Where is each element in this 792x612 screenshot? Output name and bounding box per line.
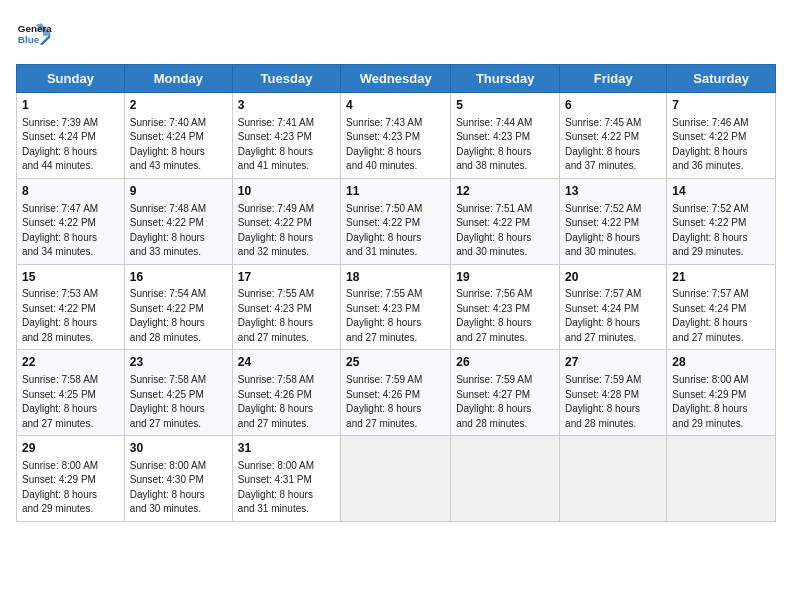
day-header-tuesday: Tuesday xyxy=(232,65,340,93)
day-info: Sunrise: 7:56 AM Sunset: 4:23 PM Dayligh… xyxy=(456,287,554,345)
day-info: Sunrise: 7:50 AM Sunset: 4:22 PM Dayligh… xyxy=(346,202,445,260)
day-info: Sunrise: 7:39 AM Sunset: 4:24 PM Dayligh… xyxy=(22,116,119,174)
day-number: 4 xyxy=(346,97,445,114)
day-info: Sunrise: 7:44 AM Sunset: 4:23 PM Dayligh… xyxy=(456,116,554,174)
day-number: 19 xyxy=(456,269,554,286)
day-info: Sunrise: 7:58 AM Sunset: 4:25 PM Dayligh… xyxy=(22,373,119,431)
day-info: Sunrise: 7:57 AM Sunset: 4:24 PM Dayligh… xyxy=(672,287,770,345)
day-header-sunday: Sunday xyxy=(17,65,125,93)
day-number: 23 xyxy=(130,354,227,371)
calendar-day-cell: 4Sunrise: 7:43 AM Sunset: 4:23 PM Daylig… xyxy=(341,93,451,179)
logo-icon: General Blue xyxy=(16,16,52,52)
day-number: 22 xyxy=(22,354,119,371)
day-number: 11 xyxy=(346,183,445,200)
day-number: 26 xyxy=(456,354,554,371)
day-info: Sunrise: 7:52 AM Sunset: 4:22 PM Dayligh… xyxy=(565,202,661,260)
calendar-day-cell: 2Sunrise: 7:40 AM Sunset: 4:24 PM Daylig… xyxy=(124,93,232,179)
day-header-monday: Monday xyxy=(124,65,232,93)
calendar-week-row: 15Sunrise: 7:53 AM Sunset: 4:22 PM Dayli… xyxy=(17,264,776,350)
day-info: Sunrise: 7:49 AM Sunset: 4:22 PM Dayligh… xyxy=(238,202,335,260)
day-number: 20 xyxy=(565,269,661,286)
day-info: Sunrise: 7:43 AM Sunset: 4:23 PM Dayligh… xyxy=(346,116,445,174)
calendar-day-cell: 12Sunrise: 7:51 AM Sunset: 4:22 PM Dayli… xyxy=(451,178,560,264)
calendar-day-cell: 21Sunrise: 7:57 AM Sunset: 4:24 PM Dayli… xyxy=(667,264,776,350)
day-number: 7 xyxy=(672,97,770,114)
day-header-saturday: Saturday xyxy=(667,65,776,93)
calendar-day-cell: 1Sunrise: 7:39 AM Sunset: 4:24 PM Daylig… xyxy=(17,93,125,179)
day-info: Sunrise: 7:58 AM Sunset: 4:26 PM Dayligh… xyxy=(238,373,335,431)
day-number: 29 xyxy=(22,440,119,457)
day-number: 13 xyxy=(565,183,661,200)
day-number: 25 xyxy=(346,354,445,371)
calendar-day-cell xyxy=(341,436,451,522)
calendar-day-cell: 14Sunrise: 7:52 AM Sunset: 4:22 PM Dayli… xyxy=(667,178,776,264)
calendar-day-cell: 8Sunrise: 7:47 AM Sunset: 4:22 PM Daylig… xyxy=(17,178,125,264)
day-number: 1 xyxy=(22,97,119,114)
day-number: 21 xyxy=(672,269,770,286)
day-info: Sunrise: 7:48 AM Sunset: 4:22 PM Dayligh… xyxy=(130,202,227,260)
day-number: 18 xyxy=(346,269,445,286)
calendar-day-cell: 9Sunrise: 7:48 AM Sunset: 4:22 PM Daylig… xyxy=(124,178,232,264)
day-number: 17 xyxy=(238,269,335,286)
calendar-day-cell: 31Sunrise: 8:00 AM Sunset: 4:31 PM Dayli… xyxy=(232,436,340,522)
day-info: Sunrise: 7:55 AM Sunset: 4:23 PM Dayligh… xyxy=(238,287,335,345)
calendar-day-cell: 6Sunrise: 7:45 AM Sunset: 4:22 PM Daylig… xyxy=(560,93,667,179)
day-number: 28 xyxy=(672,354,770,371)
day-number: 3 xyxy=(238,97,335,114)
day-number: 15 xyxy=(22,269,119,286)
calendar-day-cell xyxy=(451,436,560,522)
day-number: 5 xyxy=(456,97,554,114)
logo: General Blue xyxy=(16,16,52,52)
day-header-friday: Friday xyxy=(560,65,667,93)
day-info: Sunrise: 7:59 AM Sunset: 4:26 PM Dayligh… xyxy=(346,373,445,431)
header: General Blue xyxy=(16,16,776,52)
day-info: Sunrise: 7:58 AM Sunset: 4:25 PM Dayligh… xyxy=(130,373,227,431)
calendar-day-cell: 23Sunrise: 7:58 AM Sunset: 4:25 PM Dayli… xyxy=(124,350,232,436)
day-info: Sunrise: 8:00 AM Sunset: 4:29 PM Dayligh… xyxy=(672,373,770,431)
calendar-week-row: 22Sunrise: 7:58 AM Sunset: 4:25 PM Dayli… xyxy=(17,350,776,436)
day-number: 2 xyxy=(130,97,227,114)
svg-text:Blue: Blue xyxy=(18,34,40,45)
day-number: 30 xyxy=(130,440,227,457)
day-number: 27 xyxy=(565,354,661,371)
day-number: 10 xyxy=(238,183,335,200)
calendar-day-cell: 20Sunrise: 7:57 AM Sunset: 4:24 PM Dayli… xyxy=(560,264,667,350)
calendar-week-row: 29Sunrise: 8:00 AM Sunset: 4:29 PM Dayli… xyxy=(17,436,776,522)
calendar-week-row: 8Sunrise: 7:47 AM Sunset: 4:22 PM Daylig… xyxy=(17,178,776,264)
day-info: Sunrise: 7:47 AM Sunset: 4:22 PM Dayligh… xyxy=(22,202,119,260)
day-info: Sunrise: 7:59 AM Sunset: 4:28 PM Dayligh… xyxy=(565,373,661,431)
day-info: Sunrise: 8:00 AM Sunset: 4:29 PM Dayligh… xyxy=(22,459,119,517)
calendar-day-cell: 26Sunrise: 7:59 AM Sunset: 4:27 PM Dayli… xyxy=(451,350,560,436)
svg-text:General: General xyxy=(18,23,52,34)
calendar-week-row: 1Sunrise: 7:39 AM Sunset: 4:24 PM Daylig… xyxy=(17,93,776,179)
calendar-day-cell: 11Sunrise: 7:50 AM Sunset: 4:22 PM Dayli… xyxy=(341,178,451,264)
day-info: Sunrise: 8:00 AM Sunset: 4:31 PM Dayligh… xyxy=(238,459,335,517)
day-info: Sunrise: 7:57 AM Sunset: 4:24 PM Dayligh… xyxy=(565,287,661,345)
calendar-day-cell xyxy=(560,436,667,522)
day-header-wednesday: Wednesday xyxy=(341,65,451,93)
day-info: Sunrise: 7:55 AM Sunset: 4:23 PM Dayligh… xyxy=(346,287,445,345)
calendar-day-cell: 15Sunrise: 7:53 AM Sunset: 4:22 PM Dayli… xyxy=(17,264,125,350)
day-info: Sunrise: 7:46 AM Sunset: 4:22 PM Dayligh… xyxy=(672,116,770,174)
calendar-day-cell: 28Sunrise: 8:00 AM Sunset: 4:29 PM Dayli… xyxy=(667,350,776,436)
day-info: Sunrise: 7:41 AM Sunset: 4:23 PM Dayligh… xyxy=(238,116,335,174)
calendar-day-cell: 7Sunrise: 7:46 AM Sunset: 4:22 PM Daylig… xyxy=(667,93,776,179)
day-info: Sunrise: 8:00 AM Sunset: 4:30 PM Dayligh… xyxy=(130,459,227,517)
calendar-day-cell: 19Sunrise: 7:56 AM Sunset: 4:23 PM Dayli… xyxy=(451,264,560,350)
page: General Blue SundayMondayTuesdayWednesda… xyxy=(0,0,792,612)
calendar-day-cell: 5Sunrise: 7:44 AM Sunset: 4:23 PM Daylig… xyxy=(451,93,560,179)
day-number: 6 xyxy=(565,97,661,114)
calendar-day-cell: 10Sunrise: 7:49 AM Sunset: 4:22 PM Dayli… xyxy=(232,178,340,264)
calendar-day-cell: 16Sunrise: 7:54 AM Sunset: 4:22 PM Dayli… xyxy=(124,264,232,350)
day-info: Sunrise: 7:52 AM Sunset: 4:22 PM Dayligh… xyxy=(672,202,770,260)
calendar-table: SundayMondayTuesdayWednesdayThursdayFrid… xyxy=(16,64,776,522)
day-info: Sunrise: 7:59 AM Sunset: 4:27 PM Dayligh… xyxy=(456,373,554,431)
day-info: Sunrise: 7:53 AM Sunset: 4:22 PM Dayligh… xyxy=(22,287,119,345)
day-info: Sunrise: 7:40 AM Sunset: 4:24 PM Dayligh… xyxy=(130,116,227,174)
calendar-day-cell: 25Sunrise: 7:59 AM Sunset: 4:26 PM Dayli… xyxy=(341,350,451,436)
calendar-day-cell: 22Sunrise: 7:58 AM Sunset: 4:25 PM Dayli… xyxy=(17,350,125,436)
day-number: 9 xyxy=(130,183,227,200)
day-info: Sunrise: 7:54 AM Sunset: 4:22 PM Dayligh… xyxy=(130,287,227,345)
calendar-day-cell: 3Sunrise: 7:41 AM Sunset: 4:23 PM Daylig… xyxy=(232,93,340,179)
day-number: 31 xyxy=(238,440,335,457)
